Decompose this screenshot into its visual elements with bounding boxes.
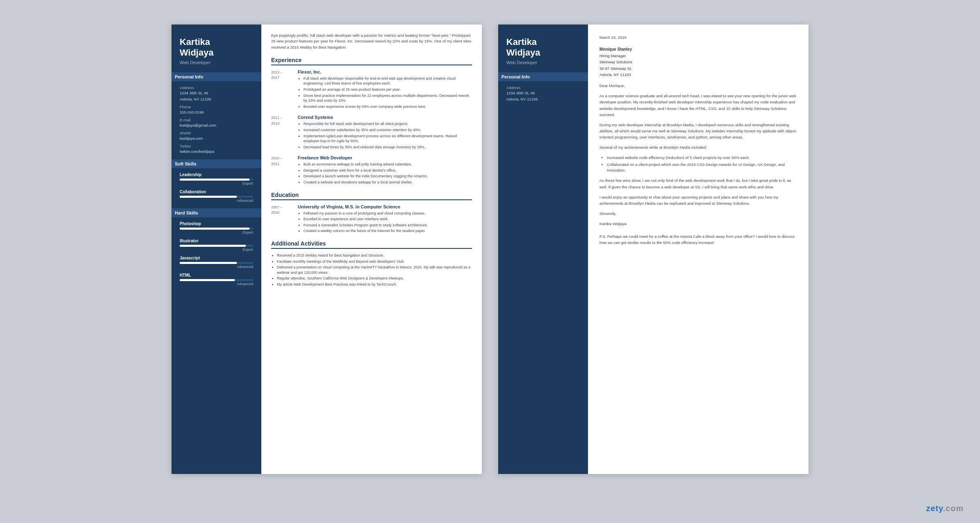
cover-job-title: Web Developer xyxy=(506,60,580,65)
list-item: Created a weekly column on the future of… xyxy=(303,228,472,234)
skill-level-html: Advanced xyxy=(180,282,253,286)
recipient-title: Hiring Manager xyxy=(599,54,626,58)
list-item: Excelled in user experience and user int… xyxy=(303,217,472,222)
skill-bar-bg-collaboration xyxy=(180,196,253,198)
address-value1: 1234 35th St, #6 xyxy=(180,91,253,95)
list-item: Facilitate monthly meetings of the Webfi… xyxy=(277,259,472,264)
list-item: Prototyped an average of 25 new product … xyxy=(303,87,472,92)
cover-letter-sidebar: Kartika Widjaya Web Developer Personal I… xyxy=(498,25,588,474)
skill-bar-bg-javascript xyxy=(180,262,253,264)
list-item: Pursued a Generalist Scholars Program gr… xyxy=(303,223,472,228)
recipient-company: Steinway Solutions xyxy=(599,60,632,64)
job-freelance-bullets: Built an ecommerce webapp to sell polly … xyxy=(298,162,472,185)
resume-name: Kartika Widjaya xyxy=(180,37,253,58)
skill-level-javascript: Advanced xyxy=(180,265,253,269)
list-item: Received a 2015 Webby Award for Best Nav… xyxy=(277,253,472,258)
list-item: Increased website code efficiency (reduc… xyxy=(607,155,797,161)
resume-name-block: Kartika Widjaya Web Developer xyxy=(180,37,253,65)
cover-letter-document: Kartika Widjaya Web Developer Personal I… xyxy=(498,25,808,474)
skill-name-collaboration: Collaboration xyxy=(180,190,253,194)
education-header: Education xyxy=(271,192,472,200)
twitter-value: twitter.com/kwidjaya xyxy=(180,149,253,154)
cover-letter-main: March 15, 2019 Monique Stanley Hiring Ma… xyxy=(588,25,808,474)
phone-value: 310-242-0196 xyxy=(180,110,253,114)
list-item: Decreased lead times by 30% and reduced … xyxy=(303,145,472,150)
list-item: Created a website and donations webapp f… xyxy=(303,180,472,185)
skill-bar-bg-photoshop xyxy=(180,228,253,230)
experience-header: Experience xyxy=(271,57,472,65)
postscript: P.S. Perhaps we could meet for a coffee … xyxy=(599,233,797,246)
skill-bar-fill-illustrator xyxy=(180,245,246,247)
email-label: E-mail xyxy=(180,118,253,122)
skill-leadership: Leadership Expert xyxy=(180,172,253,186)
job-freelance-content: Freelance Web Developer Built an ecommer… xyxy=(298,155,472,186)
job-freelance-title: Freelance Web Developer xyxy=(298,155,472,160)
education-content: University of Virginia, M.S. in Computer… xyxy=(298,204,472,235)
list-item: Boosted user experience scores by 55% ov… xyxy=(303,104,472,110)
address-label: Address xyxy=(180,85,253,90)
skill-level-photoshop: Expert xyxy=(180,230,253,235)
list-item: Drove best practice implementation for 2… xyxy=(303,93,472,103)
cover-closing-2: Sincerely, xyxy=(599,210,797,217)
cover-address-value1: 1234 35th St, #6 xyxy=(506,91,580,95)
cover-name-block: Kartika Widjaya Web Developer xyxy=(506,37,580,65)
skill-bar-fill-javascript xyxy=(180,262,237,264)
soft-skills-section: Soft Skills xyxy=(172,159,261,168)
hard-skills-section: Hard Skills xyxy=(172,208,261,217)
skill-level-leadership: Expert xyxy=(180,181,253,186)
skill-bar-bg-illustrator xyxy=(180,245,253,247)
cover-para-2: Several of my achievements while at Broo… xyxy=(599,144,797,150)
list-item: Responsible for full stack web developme… xyxy=(303,121,472,127)
skill-name-photoshop: Photoshop xyxy=(180,221,253,226)
activities-list: Received a 2015 Webby Award for Best Nav… xyxy=(271,253,472,287)
cover-salutation: Dear Monique, xyxy=(599,83,797,89)
recipient-address1: 30-97 Steinway St. xyxy=(599,66,632,71)
skill-html: HTML Advanced xyxy=(180,273,253,286)
skill-name-illustrator: Illustrator xyxy=(180,239,253,243)
cover-date: March 15, 2019 xyxy=(599,34,797,40)
skill-name-leadership: Leadership xyxy=(180,172,253,177)
skill-bar-bg-leadership xyxy=(180,179,253,181)
skill-bar-bg-html xyxy=(180,279,253,281)
phone-label: Phone xyxy=(180,105,253,109)
list-item: Built an ecommerce webapp to sell polly … xyxy=(303,162,472,167)
recipient-address2: Astoria, NY 11103 xyxy=(599,72,631,77)
cover-recipient: Monique Stanley Hiring Manager Steinway … xyxy=(599,46,797,78)
personal-info-section: Personal Info xyxy=(172,72,261,81)
job-flexor: 2013 - 2017 Flexor, Inc. Full stack web … xyxy=(271,69,472,110)
skill-bar-fill-photoshop xyxy=(180,228,249,230)
list-item: Designed a customer web form for a local… xyxy=(303,168,472,173)
cover-signature: Kartika Widjaya P.S. Perhaps we could me… xyxy=(599,221,797,246)
email-value: kwidjaya@gmail.com xyxy=(180,123,253,127)
job-corend-content: Corend Systems Responsible for full stac… xyxy=(298,115,472,150)
recipient-name: Monique Stanley xyxy=(599,47,632,51)
job-corend-bullets: Responsible for full stack web developme… xyxy=(298,121,472,150)
education-bullets: Followed my passion in a core of prototy… xyxy=(298,211,472,234)
job-flexor-title: Flexor, Inc. xyxy=(298,69,472,74)
cover-closing-0: As these few wins show, I am not only fo… xyxy=(599,177,797,190)
signature-name: Kartika Widjaya xyxy=(599,221,797,227)
cover-personal-section: Personal Info xyxy=(498,72,588,81)
skill-photoshop: Photoshop Expert xyxy=(180,221,253,235)
list-item: My article Web Development Best Practice… xyxy=(277,282,472,287)
education-dates: 2007 - 2010 xyxy=(271,204,294,235)
job-freelance-dates: 2010 - 2011 xyxy=(271,155,294,186)
skill-level-collaboration: Advanced xyxy=(180,199,253,203)
list-item: Regular attendee, Southern California We… xyxy=(277,276,472,281)
page-wrapper: Kartika Widjaya Web Developer Personal I… xyxy=(41,25,939,474)
list-item: Full stack web developer responsible for… xyxy=(303,76,472,86)
www-label: WWW xyxy=(180,131,253,135)
skill-collaboration: Collaboration Advanced xyxy=(180,190,253,203)
www-value: kwidjaya.com xyxy=(180,136,253,141)
list-item: Followed my passion in a core of prototy… xyxy=(303,211,472,216)
skill-illustrator: Illustrator Expert xyxy=(180,239,253,252)
skill-name-javascript: Javascript xyxy=(180,256,253,260)
brand-logo: zety.com xyxy=(926,504,964,513)
job-flexor-content: Flexor, Inc. Full stack web developer re… xyxy=(298,69,472,110)
list-item: Developed a launch website for the indie… xyxy=(303,174,472,179)
education-title: University of Virginia, M.S. in Computer… xyxy=(298,204,472,209)
list-item: Collaborated on a client project which w… xyxy=(607,162,797,174)
resume-main-content: Eye-poppingly prolific, full stack web d… xyxy=(261,25,482,474)
list-item: Implemented Agile/Lean development proce… xyxy=(303,134,472,144)
skill-name-html: HTML xyxy=(180,273,253,277)
